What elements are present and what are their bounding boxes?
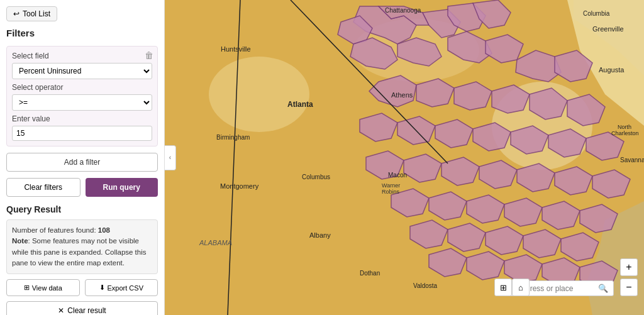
query-result-title: Query Result [6, 204, 158, 214]
zoom-out-button[interactable]: − [620, 279, 638, 296]
tool-list-label: Tool List [23, 9, 50, 18]
svg-text:Huntsville: Huntsville [221, 45, 251, 53]
export-csv-icon: ⬇ [99, 284, 105, 292]
svg-text:Columbia: Columbia [583, 10, 610, 17]
export-csv-label: Export CSV [108, 284, 143, 292]
svg-text:Greenville: Greenville [592, 25, 624, 33]
map-area[interactable]: ‹ [165, 0, 644, 315]
search-icon: 🔍 [598, 284, 608, 293]
svg-text:Charleston: Charleston [611, 130, 639, 136]
svg-text:Birmingham: Birmingham [216, 134, 250, 141]
zoom-in-button[interactable]: + [620, 258, 638, 276]
left-panel: ↩ Tool List Filters 🗑 Select field Perce… [0, 0, 165, 315]
svg-text:Robins: Robins [382, 189, 400, 195]
clear-result-label: Clear result [67, 306, 106, 315]
svg-text:ALABAMA: ALABAMA [199, 239, 232, 246]
tool-list-icon: ↩ [13, 9, 19, 18]
svg-text:Warner: Warner [382, 182, 400, 189]
features-found-text: Number of features found: [12, 226, 96, 234]
select-operator-dropdown[interactable]: >= [12, 94, 152, 111]
svg-text:North: North [618, 124, 631, 130]
result-info: Number of features found: 108 Note: Some… [6, 219, 158, 274]
enter-value-input[interactable] [12, 126, 152, 141]
home-icon: ⌂ [518, 283, 523, 292]
svg-text:Augusta: Augusta [599, 66, 625, 74]
svg-text:Macon: Macon [388, 172, 407, 179]
export-csv-button[interactable]: ⬇ Export CSV [85, 279, 158, 296]
collapse-icon: ‹ [169, 154, 171, 161]
svg-text:Savannah: Savannah [620, 157, 644, 163]
svg-point-5 [209, 57, 309, 132]
home-button[interactable]: ⌂ [512, 279, 530, 296]
clear-result-button[interactable]: ✕ Clear result [6, 301, 158, 315]
select-field-label: Select field [12, 52, 152, 60]
svg-text:Albany: Albany [309, 231, 331, 239]
clear-filters-button[interactable]: Clear filters [6, 178, 80, 197]
filter-row: 🗑 Select field Percent Uninsured Select … [6, 46, 158, 146]
features-count: 108 [98, 226, 110, 234]
result-actions: ⊞ View data ⬇ Export CSV [6, 279, 158, 296]
svg-text:Columbus: Columbus [302, 174, 330, 180]
svg-text:Dothan: Dothan [360, 270, 380, 277]
run-query-button[interactable]: Run query [86, 178, 158, 197]
zoom-out-icon: − [626, 282, 631, 293]
zoom-in-icon: + [626, 262, 631, 273]
filters-section: Filters 🗑 Select field Percent Uninsured… [0, 28, 164, 315]
svg-text:Athens: Athens [391, 91, 413, 99]
svg-text:Chattanooga: Chattanooga [385, 7, 421, 14]
tool-list-button[interactable]: ↩ Tool List [6, 6, 57, 21]
grid-view-button[interactable]: ⊞ [494, 279, 512, 296]
select-operator-label: Select operator [12, 83, 152, 92]
grid-icon: ⊞ [500, 283, 507, 292]
map-svg: Atlanta Athens Montgomery Macon Warner R… [165, 0, 644, 315]
enter-value-label: Enter value [12, 114, 152, 123]
svg-text:Atlanta: Atlanta [287, 100, 313, 109]
svg-text:Montgomery: Montgomery [220, 182, 259, 190]
svg-text:Valdosta: Valdosta [413, 282, 438, 289]
collapse-panel-button[interactable]: ‹ [165, 145, 176, 170]
view-data-label: View data [32, 284, 62, 292]
view-data-button[interactable]: ⊞ View data [6, 279, 80, 296]
note-label: Note [12, 237, 28, 245]
delete-icon[interactable]: 🗑 [145, 50, 153, 60]
action-buttons: Clear filters Run query [6, 178, 158, 197]
filters-title: Filters [6, 28, 158, 38]
clear-result-icon: ✕ [58, 306, 64, 315]
add-filter-button[interactable]: Add a filter [6, 153, 158, 172]
select-field-dropdown[interactable]: Percent Uninsured [12, 63, 152, 79]
note-detail: : Some features may not be visible while… [12, 237, 147, 267]
view-data-icon: ⊞ [24, 284, 30, 292]
